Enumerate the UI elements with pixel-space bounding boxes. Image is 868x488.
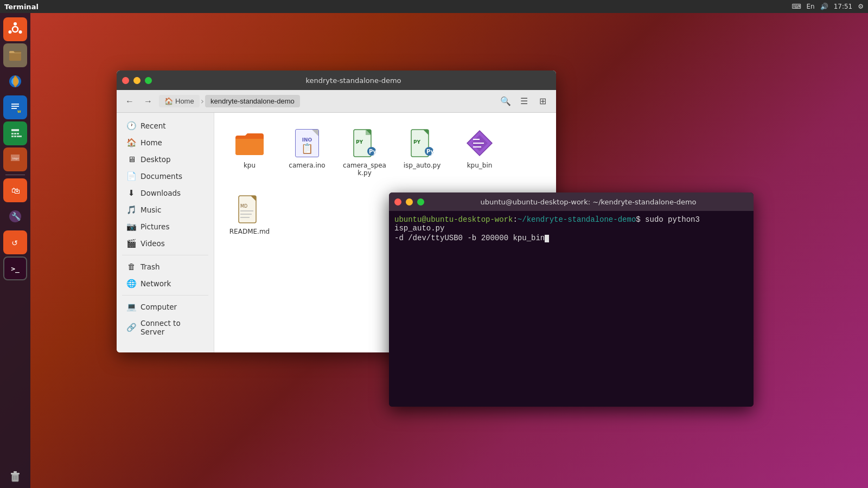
breadcrumb-current-btn[interactable]: kendryte-standalone-demo [205,95,300,107]
svg-point-2 [14,22,17,25]
dock-item-calc[interactable] [3,121,27,145]
isp-auto-py-icon: PY Py [407,128,437,158]
svg-text:Py: Py [369,149,376,155]
connect-server-icon: 🔗 [126,323,136,332]
svg-point-4 [9,30,12,34]
svg-text:PY: PY [413,139,421,145]
svg-rect-15 [11,129,19,131]
svg-rect-10 [11,104,19,105]
dock-item-firefox[interactable] [3,69,27,93]
term-cursor [545,235,549,242]
sidebar-item-home[interactable]: 🏠 Home [119,134,212,151]
term-prompt-user: ubuntu@ubuntu-desktop-work [394,215,513,224]
fm-toolbar: ← → 🏠 Home › kendryte-standalone-demo 🔍 … [117,90,556,113]
downloads-icon: ⬇ [126,188,136,198]
readme-md-icon: MD [234,194,265,224]
software-icon: ↺ [8,235,23,250]
svg-rect-17 [14,133,16,134]
term-close-btn[interactable] [394,198,401,206]
sidebar-divider2 [122,295,208,296]
sidebar-item-videos[interactable]: 🎬 Videos [119,235,212,252]
svg-rect-18 [17,133,19,134]
file-item-isp-auto[interactable]: PY Py isp_auto.py [398,124,446,181]
file-item-kpu[interactable]: kpu [225,124,274,181]
files-icon [8,48,23,63]
svg-text:MD: MD [240,204,247,209]
camera-speak-label: camera_speak.py [342,162,387,177]
file-item-camera-speak[interactable]: PY Py camera_speak.py [340,124,389,181]
dock-item-appstore[interactable]: 🛍 [3,178,27,202]
sidebar-item-connect-server[interactable]: 🔗 Connect to Server [119,316,212,339]
dock-item-writer[interactable]: W [3,95,27,119]
impress-icon: Impr [8,152,23,167]
volume-icon: 🔊 [820,3,828,10]
fm-search-btn[interactable]: 🔍 [497,93,514,110]
fm-grid-view-btn[interactable]: ⊞ [534,93,551,110]
home-sidebar-icon: 🏠 [126,138,136,147]
fm-list-view-btn[interactable]: ☰ [516,93,532,110]
svg-text:↺: ↺ [11,239,18,247]
fm-min-btn[interactable] [133,77,141,84]
svg-text:🛍: 🛍 [11,185,20,196]
svg-rect-21 [17,136,22,137]
recent-icon: 🕐 [126,121,136,131]
kpu-bin-icon [464,128,495,158]
svg-text:Impr: Impr [12,157,20,160]
sidebar-item-music[interactable]: 🎵 Music [119,202,212,218]
file-item-kpu-bin[interactable]: kpu_bin [455,124,504,181]
sidebar-item-trash[interactable]: 🗑 Trash [119,259,212,275]
dock-item-ubuntu[interactable] [3,17,27,41]
sidebar-item-pictures[interactable]: 📷 Pictures [119,219,212,235]
svg-rect-11 [11,106,19,107]
videos-icon: 🎬 [126,239,136,248]
trash-sidebar-icon: 🗑 [126,262,136,272]
dock-item-trash[interactable] [3,464,27,488]
top-bar-right: ⌨ En 🔊 17:51 ⚙ [792,3,864,10]
fm-back-btn[interactable]: ← [122,94,137,109]
ubuntu-icon [8,22,23,37]
appstore-icon: 🛍 [8,183,23,198]
fm-close-btn[interactable] [122,77,129,84]
lang-label: En [806,3,814,10]
dock-separator [5,175,25,175]
sidebar-item-downloads[interactable]: ⬇ Downloads [119,185,212,201]
fm-forward-btn[interactable]: → [141,94,156,109]
sidebar-item-recent[interactable]: 🕐 Recent [119,118,212,134]
sidebar-item-computer[interactable]: 💻 Computer [119,299,212,315]
svg-text:Py: Py [426,149,434,155]
svg-rect-33 [14,471,17,473]
terminal-window: ubuntu@ubuntu-desktop-work: ~/kendryte-s… [389,192,754,407]
dock-item-tools[interactable]: 🔧 [3,204,27,228]
term-max-btn[interactable] [417,198,424,206]
sidebar-item-documents[interactable]: 📄 Documents [119,168,212,184]
trash-icon [8,468,23,484]
dock-item-software[interactable]: ↺ [3,230,27,254]
music-icon: 🎵 [126,205,136,215]
breadcrumb-home-btn[interactable]: 🏠 Home [159,95,200,107]
dock-item-files[interactable] [3,43,27,67]
dock-item-impress[interactable]: Impr [3,147,27,171]
sidebar-item-network[interactable]: 🌐 Network [119,275,212,292]
file-item-camera-ino[interactable]: INO 📋 camera.ino [283,124,331,181]
fm-sidebar: 🕐 Recent 🏠 Home 🖥 Desktop 📄 Documents ⬇ … [117,113,214,352]
dock-item-terminal[interactable]: >_ [3,256,27,280]
calc-icon [8,126,23,141]
isp-auto-label: isp_auto.py [404,162,441,169]
term-body[interactable]: ubuntu@ubuntu-desktop-work:~/kendryte-st… [389,211,754,407]
svg-rect-50 [239,196,256,223]
term-title: ubuntu@ubuntu-desktop-work: ~/kendryte-s… [429,198,748,206]
file-item-readme[interactable]: MD README.md [225,190,274,240]
kbd-icon: ⌨ [792,3,801,10]
sidebar-item-desktop[interactable]: 🖥 Desktop [119,151,212,168]
term-min-btn[interactable] [406,198,413,206]
camera-speak-py-icon: PY Py [349,128,380,158]
camera-ino-label: camera.ino [289,162,325,169]
kpu-folder-icon [234,128,265,158]
network-icon: 🌐 [126,279,136,288]
svg-rect-16 [11,133,14,134]
settings-icon[interactable]: ⚙ [858,3,864,10]
fm-max-btn[interactable] [145,77,152,84]
svg-text:🔧: 🔧 [11,212,21,221]
camera-ino-icon: INO 📋 [292,128,322,158]
top-bar: Terminal ⌨ En 🔊 17:51 ⚙ [0,0,868,13]
